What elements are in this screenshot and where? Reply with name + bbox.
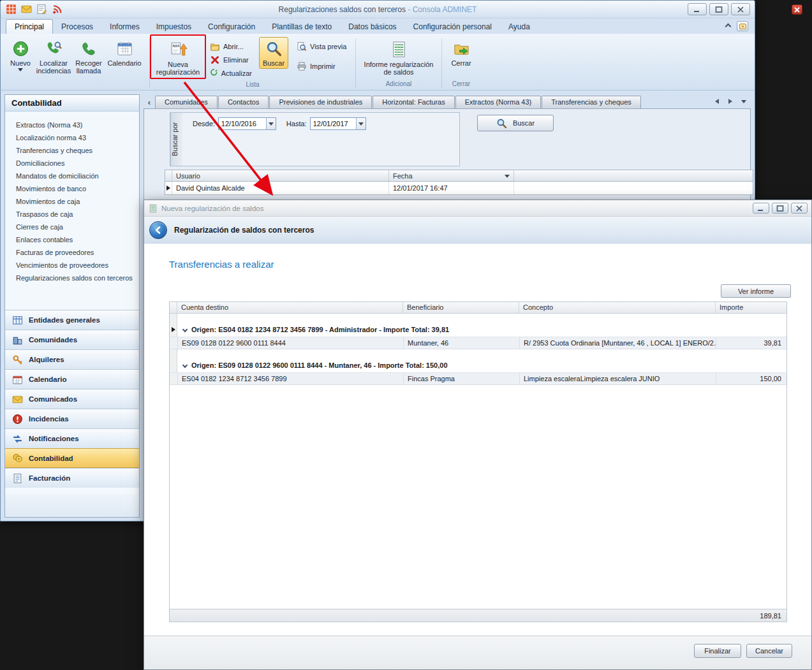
nuevo-button[interactable]: Nuevo — [6, 37, 35, 73]
recoger-llamada-button[interactable]: Recoger llamada — [72, 37, 105, 76]
minimize-button[interactable] — [688, 3, 707, 15]
buscar-panel-button[interactable]: Buscar — [477, 115, 554, 131]
tab-list-dropdown-icon[interactable] — [739, 97, 748, 106]
ver-informe-button[interactable]: Ver informe — [721, 284, 791, 298]
collapse-sidebar-icon[interactable]: ‹ — [144, 96, 155, 108]
nav-alquileres[interactable]: Alquileres — [5, 349, 139, 369]
nueva-regularizacion-button[interactable]: N34 Nueva regularización — [153, 37, 203, 78]
transfer-row[interactable]: ES04 0182 1234 8712 3456 7899 Fincas Pra… — [170, 372, 786, 385]
nav-incidencias[interactable]: Incidencias — [5, 409, 139, 428]
hasta-dropdown-icon[interactable] — [356, 118, 365, 129]
desde-date-input[interactable]: 12/10/2016 — [218, 117, 276, 130]
tab-plantillas[interactable]: Plantillas de texto — [263, 20, 340, 34]
doc-tab-extractos[interactable]: Extractos (Norma 43) — [455, 96, 542, 108]
results-table: Usuario Fecha David Quintas Alcalde 12/0… — [165, 170, 753, 195]
table-row[interactable]: David Quintas Alcalde 12/01/2017 16:47 — [165, 182, 753, 195]
close-button[interactable] — [731, 3, 750, 15]
informe-regularizacion-button[interactable]: Informe regularización de saldos — [359, 37, 438, 78]
close-folder-icon — [453, 40, 470, 57]
preview-icon — [297, 41, 307, 52]
signal-icon[interactable] — [52, 4, 63, 15]
section-title: Transferencias a realizar — [169, 259, 274, 270]
actualizar-button[interactable]: Actualizar — [207, 66, 255, 80]
sidebar-item-localizacion-norma43[interactable]: Localización norma 43 — [5, 131, 139, 144]
doc-tab-transferencias[interactable]: Transferencias y cheques — [542, 96, 641, 108]
tab-principal[interactable]: Principal — [6, 19, 53, 34]
gutter-header — [170, 302, 177, 313]
nav-calendario[interactable]: Calendario — [5, 369, 139, 389]
app-grid-icon[interactable] — [6, 4, 17, 15]
tab-scroll-right-icon[interactable] — [726, 97, 735, 106]
sidebar-item-cierres-caja[interactable]: Cierres de caja — [5, 221, 139, 233]
search-by-vertical-label: Buscar por — [170, 113, 182, 166]
column-cuenta-destino[interactable]: Cuenta destino — [177, 302, 403, 313]
nav-contabilidad[interactable]: Contabilidad — [5, 448, 139, 468]
sidebar-item-mandatos[interactable]: Mandatos de domiciliación — [5, 170, 139, 182]
column-concepto[interactable]: Concepto — [519, 302, 716, 313]
column-fecha[interactable]: Fecha — [389, 170, 514, 181]
mail-icon[interactable] — [21, 4, 32, 15]
collapse-group-icon[interactable] — [182, 363, 188, 368]
hasta-date-input[interactable]: 12/01/2017 — [310, 117, 366, 130]
tab-datos-basicos[interactable]: Datos básicos — [340, 20, 404, 34]
dialog-maximize-button[interactable] — [772, 203, 788, 214]
dialog-minimize-button[interactable] — [753, 203, 769, 214]
tab-configuracion[interactable]: Configuración — [200, 20, 263, 34]
imprimir-button[interactable]: Imprimir — [293, 59, 352, 73]
doc-tab-comunidades[interactable]: Comunidades — [155, 96, 218, 108]
tab-procesos[interactable]: Procesos — [53, 20, 101, 34]
background-window-close-icon[interactable] — [792, 4, 802, 15]
localizar-incidencias-button[interactable]: Localizar incidencias — [35, 37, 72, 76]
buscar-ribbon-button[interactable]: Buscar — [259, 37, 288, 69]
sidebar-item-movimientos-banco[interactable]: Movimientos de banco — [5, 182, 139, 195]
doc-tab-horizontal-facturas[interactable]: Horizontal: Facturas — [373, 96, 454, 108]
fecha-filter-dropdown-icon[interactable] — [505, 175, 510, 178]
dialog-close-button[interactable] — [791, 203, 808, 214]
open-folder-icon — [210, 41, 220, 52]
transfers-table: Cuenta destino Beneficiario Concepto Imp… — [169, 302, 787, 622]
sidebar-item-facturas-proveedores[interactable]: Facturas de proveedores — [5, 246, 139, 259]
column-importe[interactable]: Importe — [716, 302, 786, 313]
abrir-button[interactable]: Abrir... — [207, 40, 255, 53]
nav-facturacion[interactable]: Facturación — [5, 468, 139, 488]
cerrar-button[interactable]: Cerrar — [445, 37, 477, 69]
dialog-title: Nueva regularización de saldos — [161, 205, 263, 212]
nav-notificaciones[interactable]: Notificaciones — [5, 428, 139, 448]
collapse-group-icon[interactable] — [182, 327, 188, 332]
sidebar-item-enlaces-contables[interactable]: Enlaces contables — [5, 233, 139, 246]
sidebar-item-tranferencias-cheques[interactable]: Tranferencias y cheques — [5, 144, 139, 157]
tab-scroll-left-icon[interactable] — [712, 97, 721, 106]
keytips-icon[interactable] — [737, 21, 748, 31]
back-button[interactable] — [149, 221, 167, 239]
doc-tab-previsiones[interactable]: Previsiones de industriales — [269, 96, 372, 108]
nav-entidades-generales[interactable]: Entidades generales — [5, 310, 139, 330]
tab-configuracion-personal[interactable]: Configuración personal — [405, 20, 500, 34]
group-header-row-1[interactable]: Origen: ES04 0182 1234 8712 3456 7899 - … — [170, 323, 786, 337]
transfer-row[interactable]: ES09 0128 0122 9600 0111 8444 Muntaner, … — [170, 337, 786, 349]
sidebar-item-regularizaciones[interactable]: Regularizaciones saldos con terceros — [5, 272, 139, 284]
nav-comunidades[interactable]: Comunidades — [5, 330, 139, 349]
group-header-row-2[interactable]: Origen: ES09 0128 0122 9600 0111 8444 - … — [170, 358, 786, 372]
collapse-ribbon-icon[interactable] — [725, 23, 732, 29]
calendario-button[interactable]: Calendario — [105, 37, 144, 69]
tab-impuestos[interactable]: Impuestos — [148, 20, 200, 34]
maximize-button[interactable] — [709, 3, 728, 15]
cancelar-button[interactable]: Cancelar — [746, 644, 792, 658]
tab-ayuda[interactable]: Ayuda — [500, 20, 538, 34]
sidebar-item-movimientos-caja[interactable]: Movimientos de caja — [5, 195, 139, 208]
sidebar-item-vencimientos-proveedores[interactable]: Vencimientos de proveedores — [5, 259, 139, 272]
vista-previa-button[interactable]: Vista previa — [293, 40, 352, 53]
nav-comunicados[interactable]: Comunicados — [5, 389, 139, 409]
sidebar-item-domiciliaciones[interactable]: Domiciliaciones — [5, 157, 139, 170]
current-row-marker-icon — [172, 327, 175, 332]
tab-informes[interactable]: Informes — [101, 20, 148, 34]
column-usuario[interactable]: Usuario — [172, 170, 389, 181]
doc-tab-contactos[interactable]: Contactos — [218, 96, 269, 108]
sidebar-item-extractos[interactable]: Extractos (Norma 43) — [5, 119, 139, 131]
notes-icon[interactable] — [36, 4, 47, 15]
finalizar-button[interactable]: Finalizar — [694, 644, 741, 658]
desde-dropdown-icon[interactable] — [266, 118, 276, 129]
eliminar-button[interactable]: Eliminar — [207, 53, 255, 66]
sidebar-item-traspasos-caja[interactable]: Traspasos de caja — [5, 208, 139, 221]
column-beneficiario[interactable]: Beneficiario — [403, 302, 519, 313]
